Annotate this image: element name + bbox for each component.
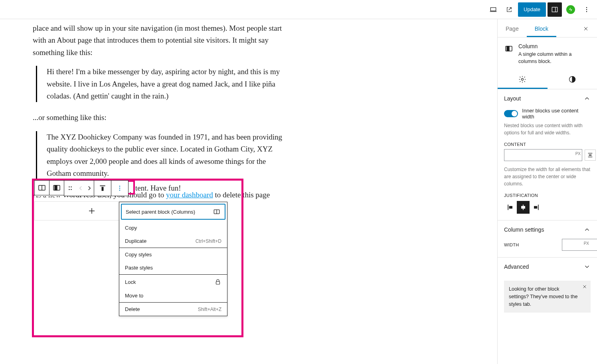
block-title: Column xyxy=(518,43,591,49)
quote-text: Hi there! I'm a bike messenger by day, a… xyxy=(47,66,288,102)
column-icon xyxy=(52,183,61,193)
chevron-up-icon xyxy=(583,95,591,102)
options-button[interactable] xyxy=(579,2,594,17)
menu-item-copy[interactable]: Copy xyxy=(119,221,227,234)
justify-left-icon xyxy=(506,203,514,211)
svg-rect-7 xyxy=(55,185,57,190)
shortcut: Ctrl+Shift+D xyxy=(196,238,221,244)
panel-heading-column[interactable]: Column settings xyxy=(498,220,597,239)
menu-item-lock[interactable]: Lock xyxy=(119,275,227,289)
chevron-left-icon xyxy=(77,185,84,192)
content-align-button[interactable] xyxy=(585,150,596,161)
quote-block[interactable]: The XYZ Doohickey Company was founded in… xyxy=(36,131,288,180)
external-link-icon xyxy=(506,6,513,13)
paragraph[interactable]: place and will show up in your site navi… xyxy=(33,22,288,59)
shortcut: Shift+Alt+Z xyxy=(198,307,221,312)
chevron-up-icon xyxy=(583,226,591,233)
content-width-input[interactable] xyxy=(504,149,582,161)
quote-block[interactable]: Hi there! I'm a bike messenger by day, a… xyxy=(36,66,288,102)
width-label: WIDTH xyxy=(504,242,519,247)
svg-rect-1 xyxy=(552,7,557,12)
subtab-styles[interactable] xyxy=(548,71,597,89)
select-parent-columns-button[interactable] xyxy=(34,180,49,195)
block-options-button[interactable] xyxy=(111,181,128,196)
paragraph[interactable]: ...or something like this: xyxy=(33,112,288,124)
sidebar-toggle-button[interactable] xyxy=(548,2,562,17)
menu-item-copy-styles[interactable]: Copy styles xyxy=(119,248,227,261)
unit: PX xyxy=(584,241,589,246)
panel-column-settings: Column settings WIDTH PX xyxy=(498,220,597,258)
menu-item-select-parent[interactable]: Select parent block (Columns) xyxy=(121,204,225,220)
menu-item-move-to[interactable]: Move to xyxy=(119,289,227,302)
svg-point-12 xyxy=(119,186,121,187)
sidebar-icon xyxy=(551,6,559,14)
panel-title: Layout xyxy=(504,95,521,102)
tab-page[interactable]: Page xyxy=(498,19,527,37)
update-button[interactable]: Update xyxy=(518,2,546,17)
unit: PX xyxy=(575,152,581,156)
add-block-button[interactable] xyxy=(87,206,97,216)
vertical-align-button[interactable] xyxy=(94,181,111,196)
sidebar-body: Column A single column within a columns … xyxy=(498,37,597,364)
menu-label: Lock xyxy=(125,279,136,285)
panel-title: Column settings xyxy=(504,226,544,233)
align-center-icon xyxy=(587,152,593,158)
svg-point-19 xyxy=(522,78,524,80)
jetpack-button[interactable] xyxy=(563,2,578,17)
customize-help: Customize the width for all elements tha… xyxy=(504,166,591,187)
svg-point-8 xyxy=(69,186,70,187)
editor-topbar: Update xyxy=(0,0,597,19)
svg-point-4 xyxy=(586,11,587,12)
block-description: A single column within a columns block. xyxy=(518,51,591,65)
jetpack-icon xyxy=(566,5,575,14)
notice-text: Looking for other block settings? They'v… xyxy=(509,286,577,307)
svg-point-11 xyxy=(71,189,72,190)
svg-point-2 xyxy=(586,7,587,8)
drag-handle[interactable] xyxy=(64,181,76,196)
justify-left-button[interactable] xyxy=(504,201,517,214)
menu-item-paste-styles[interactable]: Paste styles xyxy=(119,261,227,274)
block-toolbar xyxy=(34,180,128,196)
move-right-button[interactable] xyxy=(85,181,94,196)
align-top-icon xyxy=(99,184,107,192)
content-width-toggle[interactable] xyxy=(504,110,518,117)
svg-point-3 xyxy=(586,9,587,10)
select-column-button[interactable] xyxy=(49,180,64,195)
justify-right-button[interactable] xyxy=(530,201,542,214)
notice-close-button[interactable] xyxy=(582,284,587,289)
paragraph-tail: tent. Have fun! xyxy=(135,184,181,193)
more-vertical-icon xyxy=(116,184,124,192)
column-width-input[interactable] xyxy=(562,239,597,251)
svg-rect-0 xyxy=(490,8,496,11)
menu-item-delete[interactable]: DeleteShift+Alt+Z xyxy=(119,303,227,316)
menu-label: Copy xyxy=(125,225,137,231)
content-width-label: CONTENT xyxy=(504,142,596,147)
justify-center-button[interactable] xyxy=(517,201,530,214)
sidebar-subtabs xyxy=(498,71,597,89)
move-left-button[interactable] xyxy=(76,181,85,196)
tab-block[interactable]: Block xyxy=(527,19,556,37)
plus-icon xyxy=(87,206,97,216)
close-icon xyxy=(583,26,589,32)
justify-center-icon xyxy=(519,203,527,211)
menu-label: Duplicate xyxy=(125,238,146,244)
quote-text: The XYZ Doohickey Company was founded in… xyxy=(47,131,288,180)
view-button[interactable] xyxy=(486,2,500,17)
block-info: Column A single column within a columns … xyxy=(498,37,597,71)
menu-label: Delete xyxy=(125,306,140,312)
panel-heading-advanced[interactable]: Advanced xyxy=(498,258,597,276)
menu-item-duplicate[interactable]: DuplicateCtrl+Shift+D xyxy=(119,234,227,248)
menu-label: Copy styles xyxy=(125,252,152,258)
preview-button[interactable] xyxy=(502,2,516,17)
styles-icon xyxy=(568,75,576,83)
panel-title: Advanced xyxy=(504,264,529,270)
close-sidebar-button[interactable] xyxy=(583,23,594,34)
panel-layout: Layout Inner blocks use content width Ne… xyxy=(498,89,597,220)
page-content: place and will show up in your site navi… xyxy=(33,19,288,201)
svg-rect-16 xyxy=(216,281,220,284)
subtab-settings[interactable] xyxy=(498,71,548,89)
panel-heading-layout[interactable]: Layout xyxy=(498,89,597,108)
svg-point-10 xyxy=(69,189,70,190)
lock-icon xyxy=(214,278,221,285)
justify-right-icon xyxy=(532,203,540,211)
